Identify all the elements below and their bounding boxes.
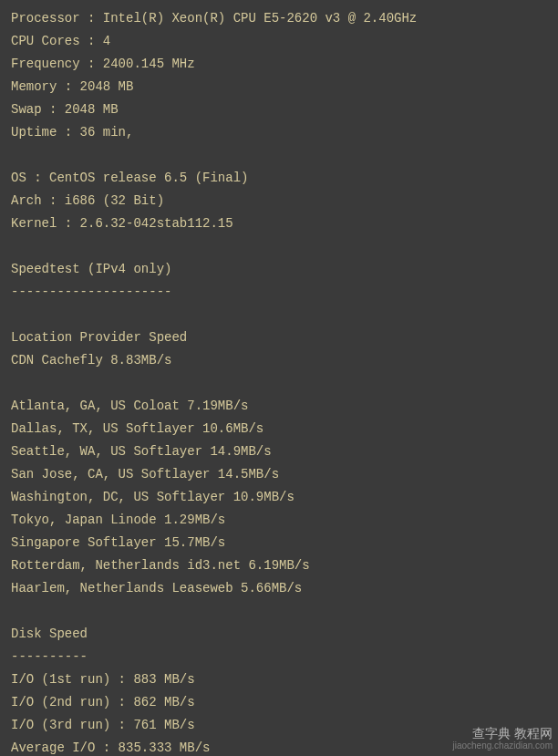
rotterdam-line: Rotterdam, Netherlands id3.net 6.19MB/s bbox=[11, 554, 547, 577]
blank-line bbox=[11, 304, 547, 326]
atlanta-line: Atlanta, GA, US Coloat 7.19MB/s bbox=[11, 395, 547, 418]
processor-line: Processor : Intel(R) Xeon(R) CPU E5-2620… bbox=[11, 7, 547, 30]
io-run1-line: I/O (1st run) : 883 MB/s bbox=[11, 668, 547, 691]
kernel-line: Kernel : 2.6.32-042stab112.15 bbox=[11, 212, 547, 235]
frequency-line: Frequency : 2400.145 MHz bbox=[11, 53, 547, 76]
blank-line bbox=[11, 600, 547, 623]
os-line: OS : CentOS release 6.5 (Final) bbox=[11, 167, 547, 190]
dallas-line: Dallas, TX, US Softlayer 10.6MB/s bbox=[11, 418, 547, 440]
speedtest-header: Speedtest (IPv4 only) bbox=[11, 258, 547, 281]
watermark-text-cn: 查字典 教程网 bbox=[452, 727, 553, 740]
arch-line: Arch : i686 (32 Bit) bbox=[11, 190, 547, 212]
io-run2-line: I/O (2nd run) : 862 MB/s bbox=[11, 691, 547, 714]
seattle-line: Seattle, WA, US Softlayer 14.9MB/s bbox=[11, 440, 547, 463]
blank-line bbox=[11, 235, 547, 258]
uptime-line: Uptime : 36 min, bbox=[11, 121, 547, 144]
blank-line bbox=[11, 372, 547, 395]
speedtest-divider: --------------------- bbox=[11, 281, 547, 304]
cpu-cores-line: CPU Cores : 4 bbox=[11, 30, 547, 53]
cdn-line: CDN Cachefly 8.83MB/s bbox=[11, 349, 547, 372]
washington-line: Washington, DC, US Softlayer 10.9MB/s bbox=[11, 486, 547, 509]
blank-line bbox=[11, 144, 547, 167]
location-header: Location Provider Speed bbox=[11, 326, 547, 349]
tokyo-line: Tokyo, Japan Linode 1.29MB/s bbox=[11, 509, 547, 532]
sanjose-line: San Jose, CA, US Softlayer 14.5MB/s bbox=[11, 463, 547, 486]
swap-line: Swap : 2048 MB bbox=[11, 98, 547, 121]
memory-line: Memory : 2048 MB bbox=[11, 76, 547, 98]
watermark-text-url: jiaocheng.chazidian.com bbox=[452, 740, 553, 752]
disk-header: Disk Speed bbox=[11, 623, 547, 646]
disk-divider: ---------- bbox=[11, 646, 547, 668]
haarlem-line: Haarlem, Netherlands Leaseweb 5.66MB/s bbox=[11, 577, 547, 600]
watermark: 查字典 教程网 jiaocheng.chazidian.com bbox=[452, 727, 553, 752]
singapore-line: Singapore Softlayer 15.7MB/s bbox=[11, 532, 547, 554]
